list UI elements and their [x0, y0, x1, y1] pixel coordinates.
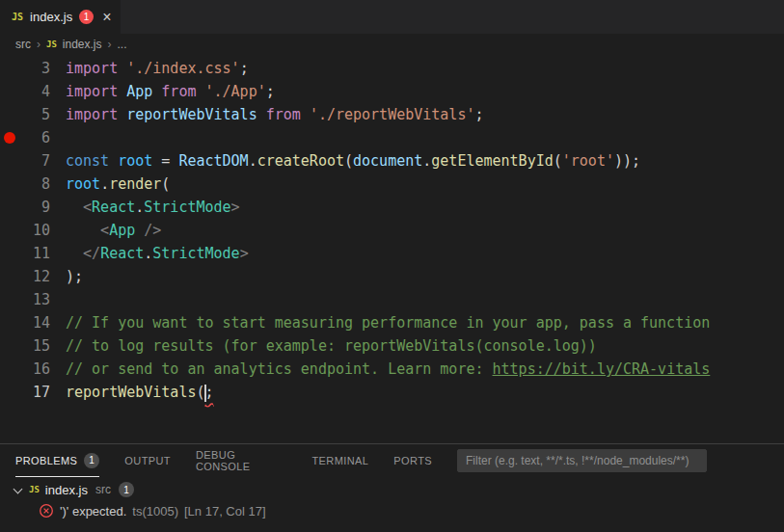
code-token: . [100, 175, 109, 193]
problem-message: ')' expected. [60, 504, 126, 519]
code-text: reportWebVitals(; [50, 381, 214, 404]
code-token: 'root' [562, 152, 614, 170]
code-token [152, 83, 161, 100]
code-line[interactable]: 9 <React.StrictMode> [0, 196, 784, 219]
code-text: import App from './App'; [50, 80, 275, 103]
code-lines: 3import './index.css';4import App from '… [0, 57, 784, 404]
code-token: . [249, 152, 257, 170]
tab-terminal[interactable]: TERMINAL [311, 444, 368, 477]
line-number: 13 [19, 288, 50, 311]
line-number: 11 [19, 242, 50, 265]
glyph-margin [0, 358, 19, 381]
code-line[interactable]: 6 [0, 126, 784, 149]
tab-error-count-badge: 1 [79, 10, 94, 24]
line-number: 8 [19, 173, 50, 196]
code-line[interactable]: 10 <App /> [0, 219, 784, 242]
code-line[interactable]: 14// If you want to start measuring perf… [0, 311, 784, 334]
code-line[interactable]: 7const root = ReactDOM.createRoot(docume… [0, 149, 784, 173]
code-text: const root = ReactDOM.createRoot(documen… [50, 149, 640, 173]
javascript-file-icon: JS [12, 12, 23, 22]
breadcrumb: src › JS index.js › ... [0, 34, 784, 55]
code-token: ( [554, 152, 562, 170]
code-token: import [66, 60, 126, 77]
code-token: root [66, 175, 100, 193]
tab-debug-console[interactable]: DEBUG CONSOLE [196, 444, 287, 477]
tab-index-js[interactable]: JS index.js 1 × [0, 0, 121, 34]
code-text [50, 288, 66, 311]
code-line[interactable]: 12); [0, 265, 784, 288]
tab-terminal-label: TERMINAL [311, 455, 368, 466]
breadcrumb-item-file[interactable]: index.js [63, 38, 102, 51]
line-number: 4 [19, 80, 50, 103]
code-line[interactable]: 13 [0, 288, 784, 311]
code-line[interactable]: 16// or send to an analytics endpoint. L… [0, 358, 784, 381]
code-text: import reportWebVitals from './reportWeb… [50, 103, 484, 126]
code-token: ); [66, 268, 83, 285]
code-token: // If you want to start measuring perfor… [66, 314, 710, 332]
code-token: App [109, 222, 135, 239]
code-token [196, 83, 204, 100]
code-text: <React.StrictMode> [50, 196, 240, 219]
problems-file-count-badge: 1 [119, 482, 134, 497]
javascript-file-icon: JS [46, 40, 57, 49]
code-token: StrictMode [152, 245, 239, 262]
code-text: </React.StrictMode> [50, 242, 249, 265]
problem-row[interactable]: ')' expected. ts(1005) [Ln 17, Col 17] [0, 500, 784, 521]
problems-filter-input[interactable] [457, 449, 707, 472]
problems-count-badge: 1 [84, 453, 99, 468]
code-token: . [144, 245, 152, 262]
javascript-file-icon: JS [29, 485, 40, 494]
problems-file-row[interactable]: JS index.js src 1 [0, 479, 784, 500]
close-icon[interactable]: × [102, 10, 111, 25]
code-line[interactable]: 3import './index.css'; [0, 57, 784, 80]
code-token: App [126, 83, 152, 100]
code-token: document [353, 152, 422, 170]
tab-output[interactable]: OUTPUT [124, 444, 171, 477]
code-editor[interactable]: 3import './index.css';4import App from '… [0, 55, 784, 443]
chevron-down-icon[interactable] [12, 484, 23, 495]
code-token: getElementById [431, 152, 553, 170]
code-token: ; [266, 83, 275, 100]
code-token: // or send to an analytics endpoint. Lea… [66, 360, 493, 378]
breadcrumb-item-src[interactable]: src [15, 38, 31, 51]
code-token: > [240, 245, 249, 262]
code-token: render [109, 175, 161, 193]
code-line[interactable]: 8root.render( [0, 173, 784, 196]
code-token [301, 106, 310, 123]
code-token: )); [614, 152, 640, 170]
code-line[interactable]: 11 </React.StrictMode> [0, 242, 784, 265]
code-token: StrictMode [144, 199, 230, 216]
line-number: 10 [19, 219, 50, 242]
glyph-margin [0, 288, 19, 311]
code-line[interactable]: 4import App from './App'; [0, 80, 784, 103]
breakpoint-icon[interactable] [0, 126, 19, 149]
code-line[interactable]: 5import reportWebVitals from './reportWe… [0, 103, 784, 126]
code-text: root.render( [50, 173, 170, 196]
code-token: reportWebVitals [66, 384, 196, 401]
tab-ports[interactable]: PORTS [393, 444, 432, 477]
problems-file-path: src [95, 483, 111, 496]
code-token: . [422, 152, 431, 170]
code-token: </ [66, 245, 100, 262]
line-number: 12 [19, 265, 50, 288]
code-text: // If you want to start measuring perfor… [50, 311, 710, 334]
problem-position: [Ln 17, Col 17] [184, 504, 266, 519]
code-line[interactable]: 15// to log results (for example: report… [0, 334, 784, 358]
code-token: './App' [205, 83, 266, 100]
code-token: React [100, 245, 144, 262]
line-number: 16 [19, 358, 50, 381]
code-token: ( [161, 175, 170, 193]
code-token: < [66, 199, 92, 216]
code-token: './reportWebVitals' [310, 106, 475, 123]
line-number: 5 [19, 103, 50, 126]
glyph-margin [0, 57, 19, 80]
chevron-right-icon: › [37, 38, 41, 51]
code-text: <App /> [50, 219, 161, 242]
breadcrumb-item-symbol[interactable]: ... [118, 38, 127, 51]
code-token [257, 106, 266, 123]
code-text: // to log results (for example: reportWe… [50, 334, 597, 358]
code-token: React [92, 199, 135, 216]
code-line[interactable]: 17reportWebVitals(; [0, 381, 784, 404]
glyph-margin [0, 80, 19, 103]
tab-problems[interactable]: PROBLEMS 1 [15, 444, 99, 477]
